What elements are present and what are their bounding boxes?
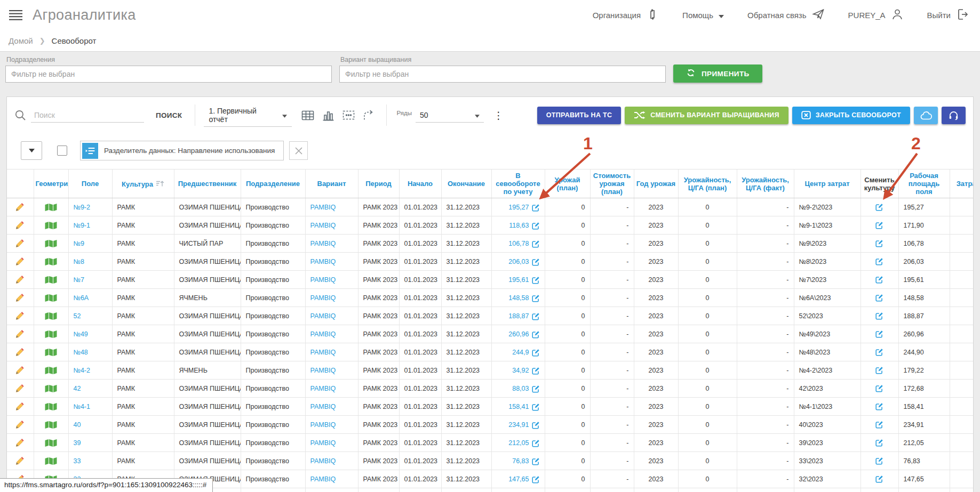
nav-organization[interactable]: Организация xyxy=(593,8,659,22)
grid-view-icon[interactable] xyxy=(301,110,314,121)
chart-view-icon[interactable] xyxy=(322,110,334,121)
change-culture-icon[interactable] xyxy=(875,203,883,211)
nav-help[interactable]: Помощь xyxy=(682,11,724,20)
field-link[interactable]: 52 xyxy=(74,312,81,320)
edit-row-icon[interactable] xyxy=(15,311,25,320)
variant-link[interactable]: PAMBIQ xyxy=(310,439,336,447)
geometry-map-icon[interactable] xyxy=(45,330,57,338)
in-rotation-edit-link[interactable]: 212,05 xyxy=(508,439,539,447)
field-link[interactable]: №8 xyxy=(74,258,84,265)
change-culture-icon[interactable] xyxy=(875,221,883,229)
edit-row-icon[interactable] xyxy=(15,456,25,465)
field-link[interactable]: №9-1 xyxy=(74,222,90,229)
in-rotation-edit-link[interactable]: 158,41 xyxy=(508,402,539,410)
apply-button[interactable]: ПРИМЕНИТЬ xyxy=(673,64,762,83)
data-splitter-chip[interactable]: Разделитель данных: Направление использо… xyxy=(80,141,284,160)
nav-logout[interactable]: Выйти xyxy=(927,8,969,22)
field-link[interactable]: 33 xyxy=(74,457,81,465)
edit-row-icon[interactable] xyxy=(15,402,25,411)
change-culture-icon[interactable] xyxy=(875,348,883,356)
geometry-map-icon[interactable] xyxy=(45,366,57,375)
send-to-tc-button[interactable]: ОТПРАВИТЬ НА ТС xyxy=(537,107,621,124)
geometry-map-icon[interactable] xyxy=(45,457,57,465)
close-rotation-button[interactable]: ЗАКРЫТЬ СЕВООБОРОТ xyxy=(792,107,910,124)
edit-row-icon[interactable] xyxy=(15,239,25,248)
field-link[interactable]: 39 xyxy=(74,439,81,447)
edit-row-icon[interactable] xyxy=(15,275,25,284)
in-rotation-edit-link[interactable]: 195,61 xyxy=(508,276,539,284)
in-rotation-edit-link[interactable]: 260,96 xyxy=(508,330,539,338)
edit-row-icon[interactable] xyxy=(15,257,25,266)
field-link[interactable]: №4-1 xyxy=(74,403,90,410)
change-variant-button[interactable]: СМЕНИТЬ ВАРИАНТ ВЫРАЩИВАНИЯ xyxy=(625,107,788,124)
field-link[interactable]: №6А xyxy=(74,294,89,302)
geometry-map-icon[interactable] xyxy=(45,294,57,302)
field-link[interactable]: №48 xyxy=(74,349,88,356)
variant-link[interactable]: PAMBIQ xyxy=(310,367,336,374)
geometry-map-icon[interactable] xyxy=(45,276,57,284)
field-link[interactable]: №7 xyxy=(74,276,84,284)
in-rotation-edit-link[interactable]: 195,27 xyxy=(508,203,539,211)
edit-row-icon[interactable] xyxy=(15,348,25,357)
change-culture-icon[interactable] xyxy=(875,330,883,338)
support-button[interactable] xyxy=(942,107,966,124)
in-rotation-edit-link[interactable]: 234,91 xyxy=(508,421,539,429)
geometry-map-icon[interactable] xyxy=(45,257,57,266)
remove-splitter-button[interactable] xyxy=(289,141,308,160)
field-link[interactable]: №4-2 xyxy=(74,367,90,374)
cloud-sync-button[interactable] xyxy=(914,107,938,124)
edit-row-icon[interactable] xyxy=(15,203,25,212)
change-culture-icon[interactable] xyxy=(875,384,883,392)
select-columns-icon[interactable] xyxy=(342,110,355,120)
in-rotation-edit-link[interactable]: 244,9 xyxy=(512,348,539,356)
in-rotation-edit-link[interactable]: 34,92 xyxy=(512,366,539,374)
geometry-map-icon[interactable] xyxy=(45,312,57,320)
in-rotation-edit-link[interactable]: 148,58 xyxy=(508,294,539,302)
row-selector-dropdown[interactable] xyxy=(21,141,42,160)
variant-link[interactable]: PAMBIQ xyxy=(310,403,336,410)
field-link[interactable]: 42 xyxy=(74,385,81,392)
in-rotation-edit-link[interactable]: 147,65 xyxy=(508,475,539,483)
variant-link[interactable]: PAMBIQ xyxy=(310,349,336,356)
variant-link[interactable]: PAMBIQ xyxy=(310,457,336,465)
field-link[interactable]: №9-2 xyxy=(74,204,90,211)
flashback-icon[interactable] xyxy=(363,110,375,120)
variant-link[interactable]: PAMBIQ xyxy=(310,421,336,429)
variant-link[interactable]: PAMBIQ xyxy=(310,385,336,392)
in-rotation-edit-link[interactable]: 188,87 xyxy=(508,312,539,320)
edit-row-icon[interactable] xyxy=(15,221,25,230)
in-rotation-edit-link[interactable]: 76,83 xyxy=(512,457,539,465)
geometry-map-icon[interactable] xyxy=(45,239,57,248)
field-link[interactable]: 40 xyxy=(74,421,81,429)
menu-hamburger-icon[interactable] xyxy=(9,10,23,21)
edit-row-icon[interactable] xyxy=(15,438,25,447)
select-all-checkbox[interactable] xyxy=(57,146,67,156)
in-rotation-edit-link[interactable]: 118,63 xyxy=(509,221,539,229)
in-rotation-edit-link[interactable]: 88,03 xyxy=(512,384,539,392)
edit-row-icon[interactable] xyxy=(15,329,25,338)
geometry-map-icon[interactable] xyxy=(45,421,57,429)
in-rotation-edit-link[interactable]: 106,78 xyxy=(508,239,539,247)
geometry-map-icon[interactable] xyxy=(45,439,57,447)
field-link[interactable]: №49 xyxy=(74,330,88,338)
geometry-map-icon[interactable] xyxy=(45,203,57,212)
nav-feedback[interactable]: Обратная связь xyxy=(747,8,825,22)
division-filter-input[interactable] xyxy=(5,66,332,83)
edit-row-icon[interactable] xyxy=(15,420,25,429)
edit-row-icon[interactable] xyxy=(15,384,25,393)
change-culture-icon[interactable] xyxy=(875,421,883,429)
change-culture-icon[interactable] xyxy=(875,257,883,265)
change-culture-icon[interactable] xyxy=(875,312,883,320)
nav-user[interactable]: PUREY_A xyxy=(848,8,904,22)
geometry-map-icon[interactable] xyxy=(45,221,57,230)
variant-link[interactable]: PAMBIQ xyxy=(310,276,336,284)
geometry-map-icon[interactable] xyxy=(45,348,57,357)
search-input[interactable] xyxy=(31,108,144,123)
variant-link[interactable]: PAMBIQ xyxy=(310,475,336,483)
search-icon[interactable] xyxy=(14,109,26,121)
edit-row-icon[interactable] xyxy=(15,293,25,302)
edit-row-icon[interactable] xyxy=(15,366,25,375)
geometry-map-icon[interactable] xyxy=(45,402,57,411)
search-button[interactable]: ПОИСК xyxy=(156,111,182,119)
change-culture-icon[interactable] xyxy=(875,475,883,483)
